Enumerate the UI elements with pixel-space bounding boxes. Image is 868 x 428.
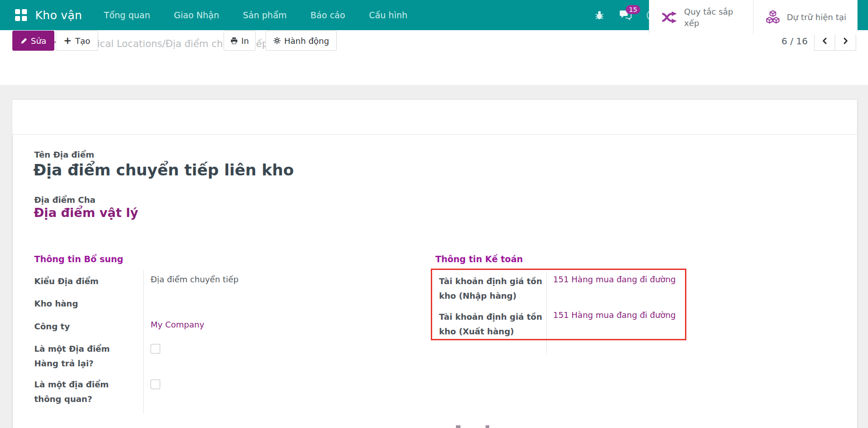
field-separator-line — [143, 270, 144, 414]
apps-menu-icon[interactable] — [15, 9, 27, 21]
field-value-location-type: Địa điểm chuyển tiếp — [151, 275, 239, 284]
create-button[interactable]: + Tạo — [56, 31, 98, 51]
app-brand[interactable]: Kho vận — [35, 9, 82, 22]
field-label-valuation-in: Tài khoản định giá tồn kho (Nhập hàng) — [439, 274, 545, 304]
checkbox-return-location[interactable] — [151, 344, 160, 354]
action-button[interactable]: Hành động — [266, 31, 337, 51]
plus-icon: + — [63, 36, 72, 46]
control-panel: Địa điểm / Physical Locations/Địa điểm c… — [0, 30, 868, 85]
field-label-scrap-location: Là một địa điểm thông quan? — [34, 377, 132, 407]
putaway-rules-smart-button[interactable]: Quy tắc sắp xếp — [649, 0, 753, 35]
field-separator-line — [546, 272, 547, 354]
print-button[interactable]: In — [224, 31, 256, 51]
field-label-warehouse: Kho hàng — [34, 296, 135, 311]
field-value-valuation-out-link[interactable]: 151 Hàng mua đang đi đường — [553, 310, 676, 320]
stacked-cubes-icon — [765, 10, 780, 25]
parent-location-link[interactable]: Địa điểm vật lý — [34, 206, 138, 220]
smart-button-label: Dự trữ hiện tại — [787, 11, 846, 23]
section-accounting-info: Thông tin Kế toán — [435, 254, 523, 264]
menu-item-reports[interactable]: Báo cáo — [310, 10, 345, 20]
field-label-return-location: Là một Địa điểm Hàng trả lại? — [34, 342, 132, 371]
menu-item-overview[interactable]: Tổng quan — [104, 10, 150, 20]
parent-location-label: Địa điểm Cha — [34, 195, 95, 205]
edit-button-label: Sửa — [31, 36, 47, 46]
chevron-right-icon — [842, 37, 849, 44]
cutoff-content-fragment — [486, 425, 489, 428]
inventory-location-form-page: Kho vận Tổng quan Giao Nhận Sản phẩm Báo… — [0, 0, 868, 428]
create-button-label: Tạo — [75, 36, 90, 46]
printer-icon — [230, 37, 238, 44]
main-menu: Tổng quan Giao Nhận Sản phẩm Báo cáo Cấu… — [104, 10, 408, 20]
current-stock-smart-button[interactable]: Dự trữ hiện tại — [753, 0, 858, 35]
print-button-label: In — [241, 36, 249, 46]
smart-button-box — [12, 100, 857, 135]
field-label-company: Công ty — [34, 319, 135, 334]
field-value-company-link[interactable]: My Company — [151, 320, 204, 329]
menu-item-transfers[interactable]: Giao Nhận — [174, 10, 219, 20]
checkbox-scrap-location[interactable] — [151, 380, 160, 389]
pencil-icon — [21, 37, 27, 44]
shuffle-arrows-icon — [661, 11, 678, 24]
form-sheet — [12, 99, 858, 428]
messages-icon[interactable]: 15 — [619, 10, 632, 21]
chevron-left-icon — [821, 37, 828, 44]
location-name-value: Địa điểm chuyển tiếp liên kho — [33, 161, 294, 179]
smart-button-label: Quy tắc sắp xếp — [684, 6, 738, 29]
edit-button[interactable]: Sửa — [12, 31, 54, 51]
menu-item-config[interactable]: Cấu hình — [369, 10, 407, 20]
cutoff-content-fragment — [456, 425, 460, 428]
gear-icon — [273, 37, 281, 44]
section-additional-info: Thông tin Bổ sung — [34, 254, 123, 264]
action-button-label: Hành động — [284, 36, 329, 46]
message-count-badge: 15 — [626, 5, 640, 14]
menu-item-products[interactable]: Sản phẩm — [243, 10, 287, 20]
field-label-valuation-out: Tài khoản định giá tồn kho (Xuất hàng) — [439, 310, 545, 339]
debug-bug-icon[interactable] — [594, 10, 605, 21]
pager-counter: 6 / 16 — [775, 36, 808, 47]
field-label-location-type: Kiểu Địa điểm — [34, 274, 135, 289]
field-value-valuation-in-link[interactable]: 151 Hàng mua đang đi đường — [553, 275, 676, 284]
location-name-label: Tên Địa điểm — [34, 150, 94, 159]
